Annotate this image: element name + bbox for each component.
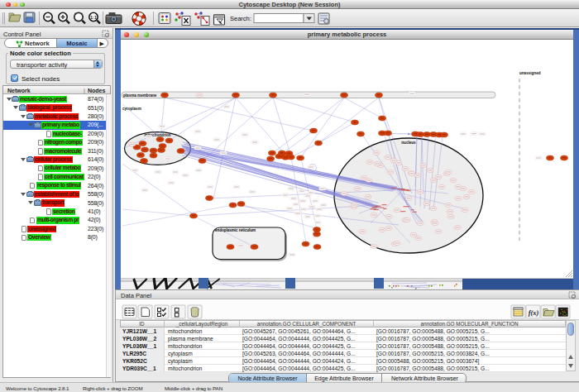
svg-text:1:1: 1:1 xyxy=(90,15,97,20)
svg-text:endoplasmic reticulum: endoplasmic reticulum xyxy=(215,228,256,232)
svg-text:nucleus: nucleus xyxy=(401,141,416,145)
svg-text:f(x): f(x) xyxy=(529,308,539,317)
svg-text:plasma membrane: plasma membrane xyxy=(123,93,157,98)
svg-text:Search:: Search: xyxy=(230,15,251,22)
svg-text:unassigned: unassigned xyxy=(519,71,541,75)
